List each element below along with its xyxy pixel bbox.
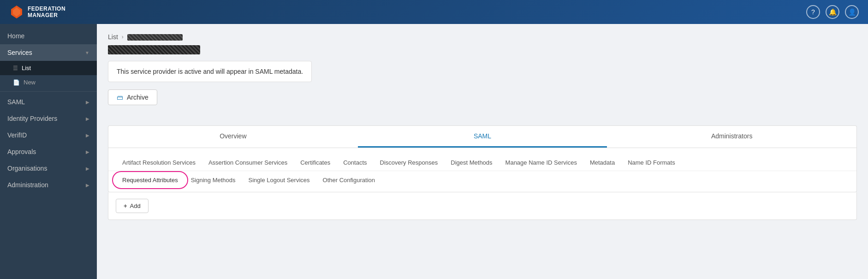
main-tabs-container: Overview SAML Administrators: [108, 125, 857, 148]
sidebar-item-identity-providers[interactable]: Identity Providers ▶: [0, 110, 97, 127]
admin-arrow-icon: ▶: [86, 183, 89, 188]
sidebar-item-idp-label: Identity Providers: [7, 115, 57, 122]
bell-icon[interactable]: 🔔: [826, 5, 839, 19]
user-icon[interactable]: 👤: [845, 5, 859, 19]
sub-tab-signing-methods[interactable]: Signing Methods: [184, 173, 242, 188]
help-icon[interactable]: ?: [806, 5, 820, 19]
tab-administrators[interactable]: Administrators: [607, 126, 856, 148]
archive-icon: 🗃: [117, 94, 123, 101]
idp-arrow-icon: ▶: [86, 116, 89, 121]
info-message-text: This service provider is active and will…: [117, 68, 303, 75]
sidebar-divider-1: [0, 91, 97, 92]
tab-saml-label: SAML: [474, 132, 491, 140]
app-title: FEDERATION MANAGER: [28, 6, 65, 19]
info-message: This service provider is active and will…: [108, 61, 312, 82]
tab-administrators-label: Administrators: [711, 132, 752, 140]
archive-button-row: 🗃 Archive: [108, 89, 857, 116]
tab-overview[interactable]: Overview: [108, 126, 358, 148]
list-icon: ☰: [13, 65, 18, 71]
sidebar: Home Services ▼ ☰ List 📄 New SAML ▶ Iden…: [0, 24, 97, 279]
sub-tab-assertion-consumer[interactable]: Assertion Consumer Services: [202, 155, 294, 171]
sidebar-item-home-label: Home: [7, 32, 24, 40]
sidebar-item-orgs-label: Organisations: [7, 165, 47, 172]
sidebar-item-services-list[interactable]: ☰ List: [0, 61, 97, 75]
sub-tab-certificates[interactable]: Certificates: [294, 155, 337, 171]
orgs-arrow-icon: ▶: [86, 166, 89, 171]
sub-tab-other-configuration[interactable]: Other Configuration: [316, 173, 381, 188]
sidebar-item-verifid[interactable]: VerifID ▶: [0, 127, 97, 143]
breadcrumb-current: [127, 33, 183, 41]
verifid-arrow-icon: ▶: [86, 133, 89, 138]
add-button-row: + Add: [108, 192, 857, 220]
archive-button-label: Archive: [127, 94, 149, 101]
add-button-label: Add: [130, 202, 141, 209]
sub-tab-digest-methods[interactable]: Digest Methods: [444, 155, 499, 171]
top-header: FEDERATION MANAGER ? 🔔 👤: [0, 0, 868, 24]
sub-tab-single-logout[interactable]: Single Logout Services: [242, 173, 316, 188]
sub-tabs-row-2: Requested Attributes Signing Methods Sin…: [116, 171, 849, 192]
sub-tab-metadata[interactable]: Metadata: [583, 155, 621, 171]
sidebar-item-new-label: New: [24, 79, 36, 86]
sidebar-item-approvals-label: Approvals: [7, 148, 36, 155]
main-tabs-header: Overview SAML Administrators: [108, 126, 856, 148]
sub-tab-contacts[interactable]: Contacts: [337, 155, 373, 171]
logo: FEDERATION MANAGER: [9, 5, 65, 19]
sidebar-item-organisations[interactable]: Organisations ▶: [0, 160, 97, 177]
sidebar-item-services-new[interactable]: 📄 New: [0, 75, 97, 89]
breadcrumb: List ›: [108, 33, 857, 41]
sub-tabs-area: Artifact Resolution Services Assertion C…: [108, 148, 857, 192]
breadcrumb-separator: ›: [122, 34, 124, 40]
page-title-redacted: [108, 45, 857, 54]
archive-button[interactable]: 🗃 Archive: [108, 89, 157, 105]
sidebar-item-administration[interactable]: Administration ▶: [0, 177, 97, 193]
sub-tabs-row-1: Artifact Resolution Services Assertion C…: [116, 155, 849, 171]
sidebar-item-verifid-label: VerifID: [7, 131, 27, 139]
sidebar-item-list-label: List: [22, 65, 31, 71]
sub-tab-manage-name-id[interactable]: Manage Name ID Services: [499, 155, 583, 171]
sub-tab-artifact-resolution[interactable]: Artifact Resolution Services: [116, 155, 202, 171]
sidebar-item-approvals[interactable]: Approvals ▶: [0, 143, 97, 160]
sidebar-item-saml[interactable]: SAML ▶: [0, 94, 97, 110]
sidebar-item-admin-label: Administration: [7, 181, 48, 189]
sub-tab-discovery-responses[interactable]: Discovery Responses: [374, 155, 445, 171]
services-arrow-icon: ▼: [85, 50, 89, 55]
approvals-arrow-icon: ▶: [86, 149, 89, 154]
add-button[interactable]: + Add: [116, 199, 149, 213]
saml-arrow-icon: ▶: [86, 100, 89, 105]
sub-tab-name-id-formats[interactable]: Name ID Formats: [621, 155, 682, 171]
sidebar-item-services-label: Services: [7, 49, 32, 56]
header-icons: ? 🔔 👤: [806, 5, 859, 19]
sidebar-item-services[interactable]: Services ▼: [0, 44, 97, 61]
content-area: List › This service provider is active a…: [97, 24, 868, 279]
sidebar-item-saml-label: SAML: [7, 98, 25, 106]
tab-saml[interactable]: SAML: [358, 126, 607, 148]
add-icon: +: [124, 202, 127, 209]
logo-icon: [9, 5, 24, 19]
breadcrumb-list[interactable]: List: [108, 33, 118, 41]
tab-overview-label: Overview: [220, 132, 246, 140]
file-icon: 📄: [13, 79, 20, 86]
sidebar-item-home[interactable]: Home: [0, 28, 97, 44]
sub-tab-requested-attributes[interactable]: Requested Attributes: [116, 173, 184, 188]
